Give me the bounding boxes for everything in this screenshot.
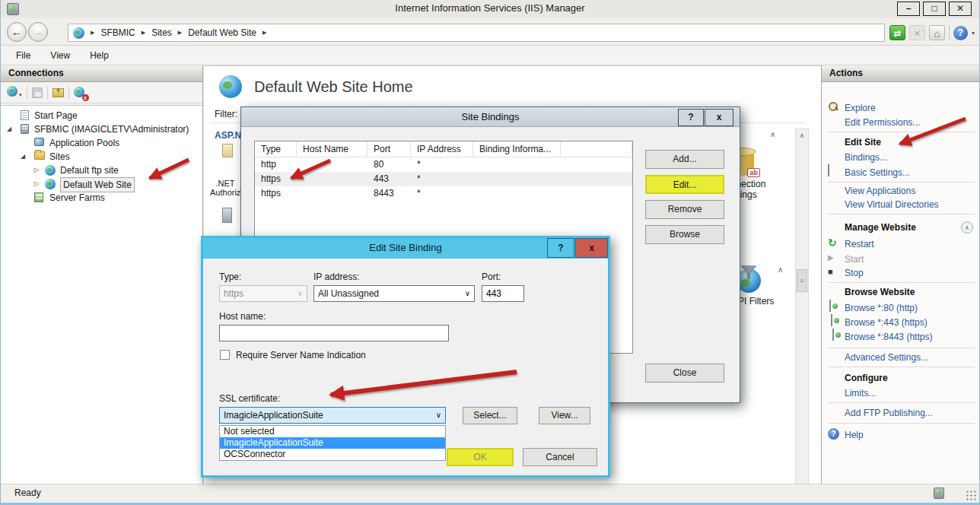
scrollbar-thumb[interactable]: ≡ [797,269,807,292]
menu-help[interactable]: Help [90,50,109,61]
binding-row-https-443[interactable]: https 443* [255,172,632,186]
action-basic-settings[interactable]: Basic Settings... [845,167,910,179]
tree-item-sites[interactable]: ◢ Sites [1,150,202,164]
view-button[interactable]: View... [539,407,590,424]
action-add-ftp-publishing[interactable]: Add FTP Publishing... [845,407,933,419]
browse-button[interactable]: Browse [645,225,724,244]
sni-checkbox[interactable] [220,350,230,360]
tree-item-default-web-site[interactable]: ▷ Default Web Site [1,177,202,191]
content-scrollbar[interactable]: ∧ ≡ ∨ [795,129,809,505]
stop-icon: ✕ [909,25,925,40]
add-button[interactable]: Add... [645,150,724,169]
create-connection-icon[interactable]: ▾ [7,86,22,99]
forward-button: → [28,22,48,42]
action-start: Start [845,253,864,265]
expander-open-icon[interactable]: ◢ [7,122,11,136]
port-input[interactable] [482,285,524,302]
action-limits[interactable]: Limits... [845,387,876,399]
maximize-button[interactable]: □ [923,2,946,16]
close-button[interactable]: Close [645,364,724,383]
cancel-button[interactable]: Cancel [523,448,597,466]
action-view-applications[interactable]: View Applications [845,185,915,197]
configure-header: Configure [845,372,888,384]
expander-closed-icon[interactable]: ▷ [34,177,39,191]
column-host-name[interactable]: Host Name [297,141,368,157]
minimize-button[interactable]: – [897,2,920,16]
tree-item-server-farms[interactable]: Server Farms [1,191,202,205]
column-ip-address[interactable]: IP Address [411,141,473,157]
collapse-section-icon[interactable]: ∧ [961,221,973,233]
feature-icon[interactable] [222,208,232,223]
breadcrumb-sites[interactable]: Sites [151,27,172,38]
ssl-option-imagicle[interactable]: ImagicleApplicationSuite [220,437,445,449]
dialog-help-button[interactable]: ? [678,109,704,126]
connections-panel: Connections ▾ x Start Page ◢ SFBMIC (IMA… [1,65,203,484]
group-collapse-icon[interactable]: ∧ [778,265,783,274]
expander-open-icon[interactable]: ◢ [21,150,25,164]
ip-address-dropdown[interactable]: All Unassigned∨ [313,285,475,302]
action-browse-80[interactable]: Browse *:80 (http) [845,302,918,314]
breadcrumb-server[interactable]: SFBMIC [100,27,135,38]
select-button[interactable]: Select... [463,407,517,424]
edit-site-header: Edit Site [845,136,881,148]
column-binding-info[interactable]: Binding Informa... [473,141,561,157]
browse-icon [831,314,832,326]
group-collapse-icon[interactable]: ∧ [770,130,775,138]
action-stop[interactable]: Stop [845,267,864,279]
action-restart[interactable]: Restart [845,238,874,250]
ssl-certificate-dropdown[interactable]: ImagicleApplicationSuite∨ [219,407,446,424]
start-page-icon [21,110,29,120]
action-edit-permissions[interactable]: Edit Permissions... [845,116,920,129]
dialog-help-button[interactable]: ? [547,238,574,258]
tree-label: Start Page [34,109,78,122]
host-name-input[interactable] [219,325,449,341]
edit-button[interactable]: Edit... [645,175,724,194]
up-folder-icon[interactable] [52,88,64,97]
help-icon[interactable]: ? [953,26,968,40]
action-explore[interactable]: Explore [845,102,876,114]
action-browse-8443[interactable]: Browse *:8443 (https) [845,331,932,343]
action-browse-443[interactable]: Browse *:443 (https) [845,316,928,329]
ok-button[interactable]: OK [447,448,514,466]
tree-item-default-ftp-site[interactable]: ▷ Default ftp site [1,164,202,177]
ip-address-label: IP address: [313,272,359,282]
toolbar-separator [68,86,69,100]
ssl-option-not-selected[interactable]: Not selected [220,426,445,437]
help-caret-icon[interactable]: ▾ [972,30,975,37]
breadcrumb[interactable]: ▶ SFBMIC ▶ Sites ▶ Default Web Site ▶ [68,24,885,42]
column-type[interactable]: Type [255,141,297,157]
site-bindings-title: Site Bindings [241,107,740,127]
action-view-virtual-directories[interactable]: View Virtual Directories [845,199,939,211]
dialog-close-button[interactable]: x [575,238,608,258]
separator [828,367,975,367]
action-advanced-settings[interactable]: Advanced Settings... [845,351,928,364]
ssl-option-ocsconnector[interactable]: OCSConnector [220,449,445,460]
dialog-close-button[interactable]: x [705,109,733,126]
tree-item-start-page[interactable]: Start Page [1,109,202,122]
column-port[interactable]: Port [368,141,411,157]
breadcrumb-separator-icon: ▶ [91,30,94,36]
close-button[interactable]: ✕ [949,2,972,16]
resize-grip[interactable] [966,490,976,500]
refresh-icon[interactable]: ⇄ [889,25,905,40]
separator [828,182,975,183]
tree-item-server[interactable]: ◢ SFBMIC (IMAGICLETV\Administrator) [1,122,202,136]
tree-item-application-pools[interactable]: Application Pools [1,136,202,150]
breadcrumb-site[interactable]: Default Web Site [188,27,256,38]
back-button[interactable]: ← [7,22,27,42]
binding-row-http-80[interactable]: http 80* [255,157,632,172]
separator [828,423,975,424]
action-help[interactable]: Help [845,429,864,441]
dotnet-feature-icon[interactable] [222,144,233,157]
remove-button[interactable]: Remove [645,200,724,219]
restart-icon: ↻ [828,237,840,249]
menu-file[interactable]: File [16,50,30,61]
binding-row-https-8443[interactable]: https 8443* [255,186,632,201]
action-bindings[interactable]: Bindings... [845,151,887,164]
home-icon[interactable]: ⌂ [929,25,945,40]
menu-view[interactable]: View [50,50,70,61]
expander-closed-icon[interactable]: ▷ [34,164,39,177]
scroll-up-icon[interactable]: ∧ [796,129,808,141]
delete-connection-icon[interactable]: x [74,87,86,99]
bindings-list-header[interactable]: Type Host Name Port IP Address Binding I… [255,141,632,157]
